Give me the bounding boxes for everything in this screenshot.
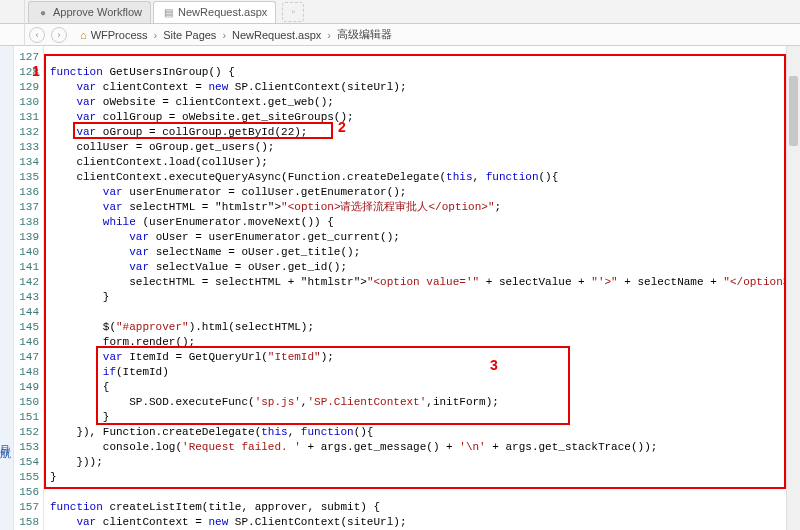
- breadcrumb-sep: ›: [327, 29, 331, 41]
- breadcrumb-seg-wfprocess[interactable]: WFProcess: [91, 29, 148, 41]
- home-icon[interactable]: ⌂: [80, 29, 87, 41]
- breadcrumb-sep: ›: [154, 29, 158, 41]
- sidebar-nav-tab[interactable]: 导航: [0, 46, 14, 530]
- annotation-label-1: 1: [32, 63, 40, 79]
- breadcrumb-seg-newrequest[interactable]: NewRequest.aspx: [232, 29, 321, 41]
- tab-label: NewRequest.aspx: [178, 6, 267, 18]
- tab-icon-page: ▤: [162, 6, 174, 18]
- editor: 导航 127 128 129 130 131 132 133 134 135 1…: [0, 46, 800, 530]
- code-area[interactable]: function GetUsersInGroup() { var clientC…: [44, 46, 800, 530]
- tab-newrequest[interactable]: ▤ NewRequest.aspx: [153, 1, 276, 23]
- nav-back-button[interactable]: ‹: [29, 27, 45, 43]
- annotation-label-3: 3: [490, 357, 498, 373]
- tab-label: Approve Workflow: [53, 6, 142, 18]
- new-tab-button[interactable]: ▫: [282, 2, 304, 22]
- tab-icon-gear: ●: [37, 6, 49, 18]
- tab-bar: ● Approve Workflow ▤ NewRequest.aspx ▫: [0, 0, 800, 24]
- annotation-label-2: 2: [338, 119, 346, 135]
- scrollbar-thumb[interactable]: [789, 76, 798, 146]
- tab-approve-workflow[interactable]: ● Approve Workflow: [28, 1, 151, 23]
- nav-forward-button[interactable]: ›: [51, 27, 67, 43]
- breadcrumb-sep: ›: [222, 29, 226, 41]
- breadcrumb-seg-sitepages[interactable]: Site Pages: [163, 29, 216, 41]
- breadcrumb: ‹ › ⌂ WFProcess › Site Pages › NewReques…: [0, 24, 800, 46]
- breadcrumb-seg-editor[interactable]: 高级编辑器: [337, 27, 392, 42]
- vertical-scrollbar[interactable]: [786, 46, 800, 530]
- line-number-gutter: 127 128 129 130 131 132 133 134 135 136 …: [14, 46, 44, 530]
